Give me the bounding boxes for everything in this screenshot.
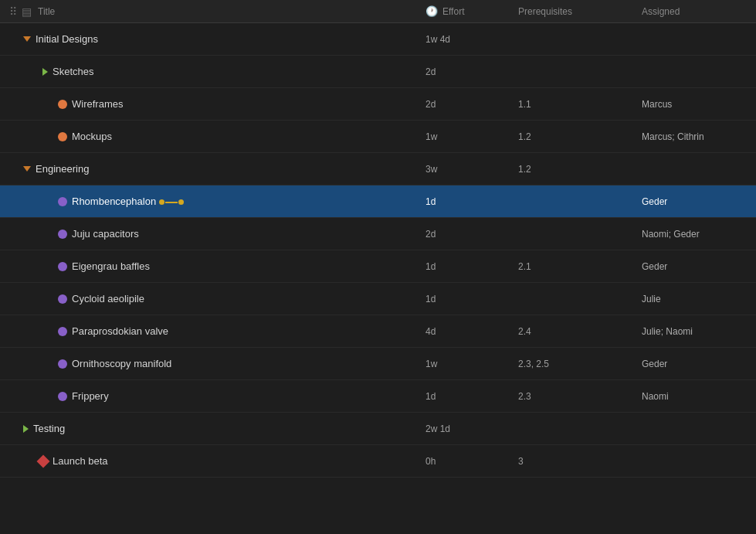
title-cell: Paraprosdokian valve [0, 325, 416, 337]
link-node-start [159, 199, 164, 205]
drag-icon[interactable]: ⠿ [9, 5, 17, 18]
row-title: Ornithoscopy manifold [72, 358, 171, 369]
status-dot-purple [58, 294, 67, 304]
effort-cell: 0h [416, 456, 509, 467]
title-cell: Sketches [0, 66, 416, 77]
row-title: Juju capacitors [72, 228, 139, 240]
title-cell: Cycloid aeolipile [0, 293, 416, 304]
table-header: ⠿ ▤ Title 🕐 Effort Prerequisites Assigne… [0, 0, 756, 23]
link-node-end [178, 199, 184, 205]
title-header-cell: ⠿ ▤ Title [0, 5, 416, 18]
table-row[interactable]: Sketches2d [0, 56, 756, 88]
disclosure-arrow-down[interactable] [23, 166, 31, 172]
prerequisites-cell: 1.1 [509, 99, 632, 110]
table-row[interactable]: Rhombencephalon 1dGeder [0, 185, 756, 218]
row-title: Sketches [53, 66, 93, 77]
disclosure-arrow-down[interactable] [23, 36, 31, 42]
title-cell: Frippery [0, 390, 416, 402]
prerequisites-cell: 3 [509, 456, 632, 467]
prerequisites-header-label: Prerequisites [518, 6, 572, 17]
link-indicator [159, 199, 184, 205]
table-row[interactable]: Paraprosdokian valve4d2.4Julie; Naomi [0, 315, 756, 348]
effort-cell: 2w 1d [416, 423, 509, 434]
table-row[interactable]: Frippery1d2.3Naomi [0, 380, 756, 413]
status-dot-purple [58, 392, 67, 401]
effort-cell: 2d [416, 229, 509, 240]
effort-cell: 2d [416, 99, 509, 110]
title-cell: Rhombencephalon [0, 196, 416, 207]
milestone-diamond [37, 454, 50, 468]
title-cell: Eigengrau baffles [0, 260, 416, 272]
effort-cell: 1w 4d [416, 34, 509, 45]
status-dot-purple [58, 359, 67, 369]
effort-cell: 1d [416, 261, 509, 272]
link-line [165, 202, 178, 203]
title-cell: Launch beta [0, 455, 416, 467]
assigned-cell: Julie [632, 294, 756, 304]
assigned-header-label: Assigned [642, 6, 680, 17]
table-row[interactable]: Engineering3w1.2 [0, 153, 756, 185]
clock-icon: 🕐 [425, 5, 438, 17]
table-row[interactable]: Ornithoscopy manifold1w2.3, 2.5Geder [0, 348, 756, 380]
effort-cell: 1d [416, 294, 509, 304]
row-title: Initial Designs [36, 33, 98, 45]
table-row[interactable]: Eigengrau baffles1d2.1Geder [0, 250, 756, 283]
table-row[interactable]: Mockups1w1.2Marcus; Cithrin [0, 121, 756, 153]
table-row[interactable]: Initial Designs1w 4d [0, 23, 756, 56]
assigned-cell: Geder [632, 359, 756, 369]
effort-cell: 3w [416, 164, 509, 175]
row-title: Launch beta [53, 455, 108, 467]
prerequisites-cell: 1.2 [509, 164, 632, 175]
assigned-cell: Geder [632, 261, 756, 272]
row-title: Eigengrau baffles [72, 260, 150, 272]
effort-cell: 2d [416, 66, 509, 77]
status-dot-purple [58, 230, 67, 239]
status-dot-purple [58, 262, 67, 271]
row-title: Wireframes [72, 98, 123, 110]
table-row[interactable]: Cycloid aeolipile1dJulie [0, 283, 756, 315]
effort-cell: 1w [416, 131, 509, 142]
row-title: Engineering [36, 163, 89, 175]
row-title: Cycloid aeolipile [72, 293, 144, 304]
status-dot-purple [58, 327, 67, 336]
prerequisites-cell: 2.3, 2.5 [509, 359, 632, 369]
effort-header-label: Effort [442, 6, 464, 17]
disclosure-arrow-right[interactable] [23, 425, 29, 433]
prerequisites-cell: 1.2 [509, 131, 632, 142]
title-cell: Initial Designs [0, 33, 416, 45]
row-title: Mockups [72, 131, 112, 142]
title-cell: Mockups [0, 131, 416, 142]
assigned-cell: Marcus [632, 99, 756, 110]
row-title: Testing [33, 423, 65, 434]
table-row[interactable]: Wireframes2d1.1Marcus [0, 88, 756, 121]
effort-cell: 1w [416, 359, 509, 369]
row-title: Paraprosdokian valve [72, 325, 168, 337]
effort-cell: 1d [416, 196, 509, 207]
table-row[interactable]: Launch beta0h3 [0, 445, 756, 478]
assigned-cell: Marcus; Cithrin [632, 131, 756, 142]
table-body: Initial Designs1w 4dSketches2dWireframes… [0, 23, 756, 534]
assigned-cell: Julie; Naomi [632, 326, 756, 337]
title-cell: Juju capacitors [0, 228, 416, 240]
row-title: Frippery [72, 390, 109, 402]
gantt-table: ⠿ ▤ Title 🕐 Effort Prerequisites Assigne… [0, 0, 756, 534]
effort-cell: 4d [416, 326, 509, 337]
title-cell: Testing [0, 423, 416, 434]
table-row[interactable]: Juju capacitors2dNaomi; Geder [0, 218, 756, 250]
row-title: Rhombencephalon [72, 196, 159, 207]
assigned-cell: Naomi; Geder [632, 229, 756, 240]
title-cell: Engineering [0, 163, 416, 175]
assigned-cell: Naomi [632, 391, 756, 402]
effort-cell: 1d [416, 391, 509, 402]
title-cell: Wireframes [0, 98, 416, 110]
header-icons: ⠿ ▤ [9, 5, 32, 18]
disclosure-arrow-right[interactable] [42, 68, 48, 76]
status-dot-orange [58, 132, 67, 141]
effort-header-cell: 🕐 Effort [416, 5, 509, 17]
list-icon[interactable]: ▤ [22, 5, 32, 18]
title-cell: Ornithoscopy manifold [0, 358, 416, 369]
title-header-label: Title [38, 6, 55, 17]
assigned-header-cell: Assigned [632, 6, 756, 17]
prerequisites-header-cell: Prerequisites [509, 6, 632, 17]
table-row[interactable]: Testing2w 1d [0, 413, 756, 445]
